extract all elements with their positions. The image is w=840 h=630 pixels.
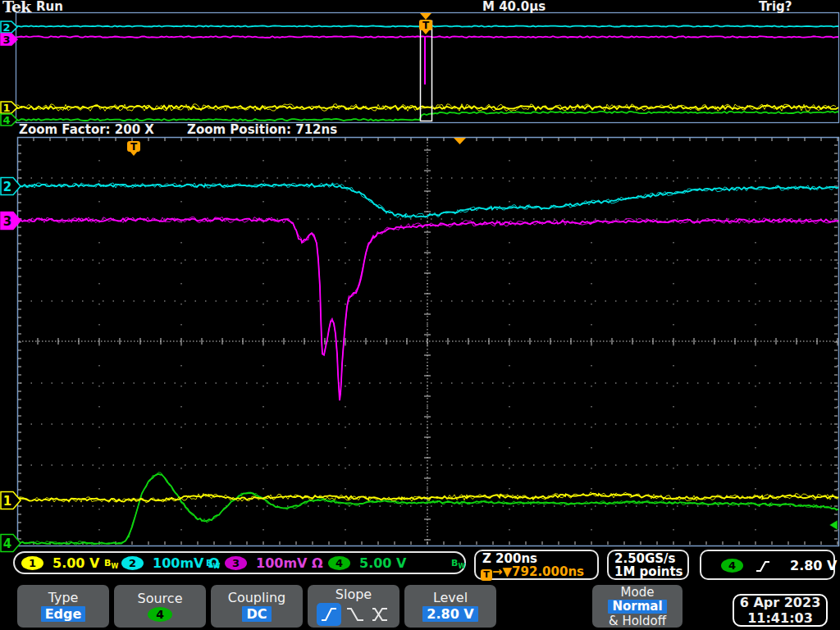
ch1-bandwidth-icon: BW [104, 558, 118, 570]
ch4-bandwidth-icon: BW [451, 558, 465, 570]
menu-level-button[interactable]: Level 2.80 V [404, 585, 496, 628]
main-ch3-marker-number: 3 [3, 214, 11, 229]
trigger-readout-box: 4 2.80 V [700, 550, 835, 580]
acquisition-status: Run [36, 0, 63, 14]
main-ch1-marker-number: 1 [3, 494, 11, 509]
type-label: Type [48, 591, 79, 605]
either-edge-icon[interactable] [369, 605, 390, 623]
zoom-factor-label: Zoom Factor: 200 X [19, 122, 154, 137]
trigger-source-badge: 4 [721, 559, 743, 573]
overview-ch3-trace [16, 36, 838, 38]
trigger-slope-icon [756, 559, 770, 573]
overview-ch4-trace [16, 112, 838, 121]
level-label: Level [433, 591, 468, 605]
rising-edge-icon [320, 605, 338, 623]
menu-coupling-button[interactable]: Coupling DC [211, 585, 303, 628]
mode-label: Mode [621, 586, 655, 599]
level-value: 2.80 V [422, 606, 477, 622]
mode-value: Normal [608, 600, 666, 614]
overview-ch1-marker-number: 1 [2, 102, 10, 114]
mode-extra: & Holdoff [609, 614, 666, 628]
zoom-timebase-box: Z 200ns T→▼792.000ns [474, 550, 599, 580]
main-trigger-flag-letter: T [130, 141, 138, 153]
main-trigger-position-icon[interactable] [454, 138, 466, 144]
overview-ch2-marker-number: 2 [2, 21, 10, 34]
main-ch2-marker-number: 2 [3, 180, 11, 194]
overview-ch3-marker-number: 3 [2, 34, 10, 46]
coupling-value: DC [242, 606, 271, 622]
ch3-scale-readout: 100mV Ω [256, 555, 323, 571]
menu-slope-button[interactable]: Slope [308, 585, 399, 628]
tek-logo: Tek [2, 0, 30, 16]
datetime-box: 6 Apr 2023 11:41:03 [733, 594, 828, 627]
ch1-badge[interactable]: 1 [21, 556, 43, 570]
main-timebase: M 40.0µs [482, 0, 546, 14]
slope-options [317, 603, 390, 626]
ch1-scale-readout: 5.00 V [52, 555, 99, 571]
main-ch3-trace-fuzz [17, 217, 836, 398]
ch4-right-edge-arrow-icon [829, 520, 838, 530]
source-value-badge: 4 [148, 607, 172, 622]
time-readout: 11:41:03 [747, 610, 813, 626]
oscilloscope-screen: TT12341234 Tek Run M 40.0µs Trig? Zoom F… [0, 0, 840, 630]
date-readout: 6 Apr 2023 [740, 595, 821, 610]
channel-readout-box: 1 5.00 V BW 2 100mV Ω BW 3 100mV Ω 4 5.0… [13, 551, 466, 574]
main-ch4-marker-number: 4 [3, 536, 11, 551]
trigger-level-readout: 2.80 V [790, 558, 837, 573]
overview-ch4-marker-number: 4 [2, 114, 10, 126]
coupling-label: Coupling [228, 591, 285, 605]
slope-rising-selected[interactable] [317, 603, 341, 626]
overview-trigger-position-icon[interactable] [420, 13, 431, 20]
ch4-badge[interactable]: 4 [328, 556, 350, 570]
ch3-badge[interactable]: 3 [225, 556, 247, 570]
zoom-position-label: Zoom Position: 712ns [187, 122, 337, 137]
ch2-badge[interactable]: 2 [121, 556, 144, 570]
record-length-readout: 1M points [614, 564, 683, 579]
type-value: Edge [41, 606, 86, 622]
falling-edge-icon[interactable] [345, 605, 366, 623]
acquisition-info-box: 2.50GS/s 1M points [607, 550, 689, 580]
menu-type-button[interactable]: Type Edge [17, 585, 109, 628]
trigger-delay-readout: T→▼792.000ns [481, 564, 584, 581]
ch4-scale-readout: 5.00 V [359, 555, 406, 571]
trigger-t-icon: T [481, 569, 492, 581]
trigger-status: Trig? [759, 0, 792, 14]
ch2-bandwidth-icon: BW [206, 558, 220, 570]
menu-mode-button[interactable]: Mode Normal & Holdoff [592, 585, 682, 628]
waveform-plot: TT12341234 [0, 0, 840, 630]
menu-source-button[interactable]: Source 4 [114, 585, 206, 628]
overview-trigger-flag-letter: T [422, 20, 430, 31]
slope-label: Slope [336, 587, 372, 602]
source-label: Source [138, 591, 183, 606]
